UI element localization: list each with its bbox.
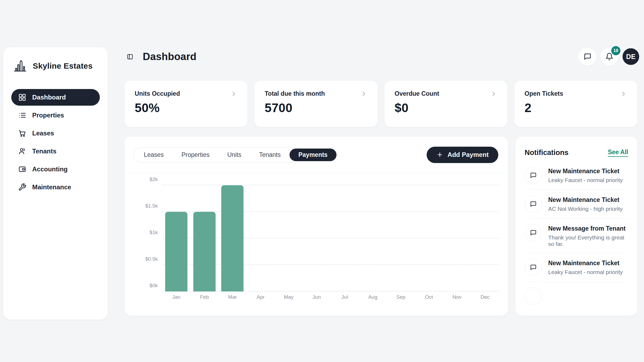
chart-x-tick-label: Feb xyxy=(191,294,219,300)
sidebar-item-dashboard[interactable]: Dashboard xyxy=(11,89,100,106)
sidebar-item-label: Tenants xyxy=(32,147,56,155)
sidebar: Skyline Estates DashboardPropertiesLease… xyxy=(3,47,108,320)
chevron-right-icon xyxy=(230,90,237,97)
stat-cards-row: Units Occupied50%Total due this month570… xyxy=(125,81,637,127)
chart-bar-slot-mar xyxy=(218,185,247,291)
sidebar-item-label: Dashboard xyxy=(32,94,66,101)
chat-bubble-icon xyxy=(530,229,537,236)
chevron-right-icon xyxy=(490,90,497,97)
tab-payments[interactable]: Payments xyxy=(290,149,336,161)
chart-y-tick-label: $1k xyxy=(128,230,158,235)
messages-button[interactable] xyxy=(579,48,596,65)
chart-area: $0k$0.5k$1k$1.5k$2k JanFebMarAprMayJunJu… xyxy=(125,173,508,315)
chart-x-tick-label: Jul xyxy=(331,294,359,300)
sidebar-item-leases[interactable]: Leases xyxy=(11,125,100,142)
main-panel: LeasesPropertiesUnitsTenantsPayments Add… xyxy=(125,137,508,316)
notification-item[interactable]: New Maintenance TicketLeaky Faucet - nor… xyxy=(525,253,628,282)
sidebar-item-label: Properties xyxy=(32,112,64,119)
notification-subtitle: Leaky Faucet - normal priority xyxy=(548,177,623,183)
notification-title: New Message from Tenant xyxy=(548,224,628,232)
notification-item[interactable]: New Maintenance TicketLeaky Faucet - nor… xyxy=(525,161,628,190)
chart-y-tick-label: $0k xyxy=(128,283,158,289)
stat-card-total-due-this-month[interactable]: Total due this month5700 xyxy=(254,81,377,127)
chart-bar-slot-apr xyxy=(247,185,275,291)
sidebar-item-label: Accounting xyxy=(32,165,68,173)
stat-card-top: Overdue Count xyxy=(395,90,497,97)
notification-title: New Maintenance Ticket xyxy=(548,167,623,175)
dashboard-page: { "brand": { "name": "Skyline Estates" }… xyxy=(0,0,644,362)
add-payment-button[interactable]: Add Payment xyxy=(427,147,498,163)
chart-x-tick-label: Dec xyxy=(471,294,499,300)
main-panel-header: LeasesPropertiesUnitsTenantsPayments Add… xyxy=(125,137,508,173)
chart-x-tick-label: Jun xyxy=(303,294,331,300)
sidebar-item-accounting[interactable]: Accounting xyxy=(11,161,100,178)
chart-bar-feb xyxy=(193,212,215,291)
chart-bar-slot-sep xyxy=(387,185,415,291)
stat-card-units-occupied[interactable]: Units Occupied50% xyxy=(125,81,247,127)
notifications-panel: Notifications See All New Maintenance Ti… xyxy=(515,137,637,316)
chart-bar-mar xyxy=(221,185,244,291)
cart-icon xyxy=(18,129,26,137)
chart-bar-jan xyxy=(165,212,188,291)
chart-bar-slot-feb xyxy=(191,185,219,291)
page-header: Dashboard 18 DE xyxy=(125,47,639,66)
chart-x-tick-label: Jan xyxy=(162,294,191,300)
notification-item[interactable]: New Maintenance TicketAC Not Working - h… xyxy=(525,190,628,219)
notifications-header: Notifications See All xyxy=(525,137,628,161)
chart-bar-slot-dec xyxy=(471,185,499,291)
users-icon xyxy=(18,147,26,155)
chat-bubble-icon xyxy=(530,201,537,208)
tab-leases[interactable]: Leases xyxy=(135,149,173,161)
stat-label: Open Tickets xyxy=(525,90,563,97)
chart-x-tick-label: Aug xyxy=(359,294,387,300)
notification-icon-circle xyxy=(525,167,542,184)
content-tabs: LeasesPropertiesUnitsTenantsPayments xyxy=(134,147,338,162)
chart-x-tick-label: Apr xyxy=(247,294,275,300)
notification-text: New Maintenance TicketLeaky Faucet - nor… xyxy=(548,167,623,183)
stat-value: $0 xyxy=(395,101,497,115)
notification-icon-circle xyxy=(525,224,542,241)
sidebar-item-label: Maintenance xyxy=(32,183,71,191)
stat-value: 2 xyxy=(525,101,627,115)
notification-text: New Maintenance TicketAC Not Working - h… xyxy=(548,195,623,212)
chart-y-tick-label: $2k xyxy=(128,176,158,182)
stat-card-overdue-count[interactable]: Overdue Count$0 xyxy=(385,81,507,127)
tab-tenants[interactable]: Tenants xyxy=(250,149,290,161)
stat-label: Overdue Count xyxy=(395,90,439,97)
notification-icon-circle xyxy=(525,259,542,276)
chevron-right-icon xyxy=(620,90,627,97)
header-actions: 18 DE xyxy=(579,48,639,65)
notification-item[interactable]: New Message from TenantThank you! Everyt… xyxy=(525,219,628,253)
chart-bar-slot-nov xyxy=(443,185,471,291)
stat-value: 50% xyxy=(135,101,237,115)
stat-label: Total due this month xyxy=(265,90,325,97)
tab-properties[interactable]: Properties xyxy=(173,149,218,161)
sidebar-item-properties[interactable]: Properties xyxy=(11,107,100,124)
notification-icon-circle xyxy=(525,287,542,305)
see-all-link[interactable]: See All xyxy=(608,149,628,157)
stat-card-open-tickets[interactable]: Open Tickets2 xyxy=(514,81,637,127)
chart-y-tick-label: $1.5k xyxy=(128,203,158,209)
notification-title: New Maintenance Ticket xyxy=(548,259,623,267)
add-payment-label: Add Payment xyxy=(448,151,489,158)
notification-title: New Maintenance Ticket xyxy=(548,195,623,204)
chart-x-tick-label: Oct xyxy=(415,294,443,300)
plus-icon xyxy=(436,151,443,158)
sidebar-toggle-button[interactable] xyxy=(125,51,135,62)
user-avatar[interactable]: DE xyxy=(623,48,639,65)
sidebar-item-tenants[interactable]: Tenants xyxy=(11,143,100,160)
chart-bar-slot-jan xyxy=(162,185,191,291)
page-title: Dashboard xyxy=(143,51,196,62)
notifications-button[interactable]: 18 xyxy=(601,48,618,65)
stat-card-top: Open Tickets xyxy=(525,90,627,97)
payments-bar-chart: $0k$0.5k$1k$1.5k$2k xyxy=(162,185,499,291)
chat-bubble-icon xyxy=(530,264,537,271)
chat-bubble-icon xyxy=(530,172,537,179)
chart-x-tick-label: Sep xyxy=(387,294,415,300)
notification-subtitle: AC Not Working - high priority xyxy=(548,206,623,212)
notification-subtitle: Leaky Faucet - normal priority xyxy=(548,269,623,275)
tab-units[interactable]: Units xyxy=(218,149,250,161)
notification-count-badge: 18 xyxy=(611,46,620,55)
sidebar-item-maintenance[interactable]: Maintenance xyxy=(11,179,100,195)
sidebar-item-label: Leases xyxy=(32,130,54,137)
